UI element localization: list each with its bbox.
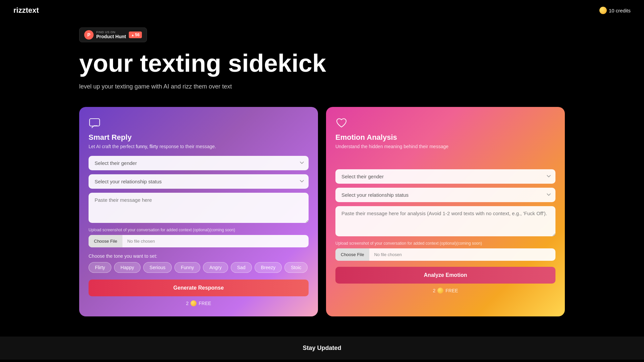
smart-reply-choose-file-btn[interactable]: Choose File bbox=[89, 235, 122, 247]
smart-reply-credits: 2 FREE bbox=[89, 300, 309, 306]
smart-reply-subtitle: Let AI craft the perfect funny, flirty r… bbox=[89, 144, 309, 149]
smart-reply-file-input[interactable]: Choose File No file chosen bbox=[89, 235, 309, 247]
heart-icon bbox=[335, 117, 347, 129]
stay-updated-title: Stay Updated bbox=[303, 345, 341, 351]
smart-reply-title: Smart Reply bbox=[89, 133, 309, 142]
cards-container: Smart Reply Let AI craft the perfect fun… bbox=[0, 107, 644, 330]
emotion-gender-select[interactable]: Select their gender Male Female Non-bina… bbox=[335, 169, 555, 184]
tone-btn-flirty[interactable]: Flirty bbox=[89, 262, 111, 273]
ph-text: FIND US ON Product Hunt bbox=[96, 31, 126, 39]
emotion-message-input[interactable] bbox=[335, 206, 555, 236]
tone-btn-angry[interactable]: Angry bbox=[203, 262, 228, 273]
ph-name: Product Hunt bbox=[96, 34, 126, 39]
product-hunt-badge[interactable]: P FIND US ON Product Hunt ▲ 56 bbox=[79, 27, 147, 42]
ph-find-us: FIND US ON bbox=[96, 31, 126, 34]
tone-btn-stoic[interactable]: Stoic bbox=[284, 262, 308, 273]
emotion-credits-suffix: FREE bbox=[445, 288, 458, 293]
emotion-file-name: No file chosen bbox=[369, 248, 555, 261]
tone-btn-breezy[interactable]: Breezy bbox=[255, 262, 282, 273]
credits-label: 10 credits bbox=[609, 8, 631, 13]
smart-reply-relationship-select[interactable]: Select your relationship status Single D… bbox=[89, 174, 309, 189]
emotion-coin-icon bbox=[437, 288, 443, 294]
emotion-title: Emotion Analysis bbox=[335, 133, 555, 142]
ph-arrow: ▲ bbox=[131, 33, 135, 37]
smart-reply-coin-icon bbox=[191, 300, 197, 306]
credits-badge: 10 credits bbox=[599, 7, 631, 14]
smart-reply-upload-label: Upload screenshot of your conversation f… bbox=[89, 228, 309, 232]
tone-btn-funny[interactable]: Funny bbox=[174, 262, 200, 273]
smart-reply-gender-select[interactable]: Select their gender Male Female Non-bina… bbox=[89, 156, 309, 170]
chat-icon bbox=[89, 117, 101, 129]
header: rizztext 10 credits bbox=[0, 0, 644, 21]
emotion-relationship-select[interactable]: Select your relationship status Single D… bbox=[335, 188, 555, 202]
stay-updated-section: Stay Updated bbox=[0, 337, 644, 360]
generate-response-button[interactable]: Generate Response bbox=[89, 280, 309, 296]
smart-reply-card: Smart Reply Let AI craft the perfect fun… bbox=[79, 107, 318, 316]
svg-rect-0 bbox=[90, 119, 100, 126]
hero-title: your texting sidekick bbox=[79, 50, 565, 76]
logo: rizztext bbox=[13, 6, 39, 15]
emotion-credits: 2 FREE bbox=[335, 288, 555, 294]
coin-icon bbox=[599, 7, 607, 14]
hero-section: P FIND US ON Product Hunt ▲ 56 your text… bbox=[0, 21, 644, 107]
smart-reply-file-name: No file chosen bbox=[122, 235, 309, 247]
analyze-emotion-button[interactable]: Analyze Emotion bbox=[335, 267, 555, 284]
hero-subtitle: level up your texting game with AI and r… bbox=[79, 83, 565, 90]
ph-count: ▲ 56 bbox=[129, 32, 142, 38]
emotion-subtitle: Understand the hidden meaning behind the… bbox=[335, 144, 555, 149]
tone-btn-happy[interactable]: Happy bbox=[114, 262, 140, 273]
ph-count-number: 56 bbox=[135, 33, 140, 37]
tone-buttons: Flirty Happy Serious Funny Angry Sad Bre… bbox=[89, 262, 309, 273]
tone-btn-serious[interactable]: Serious bbox=[143, 262, 172, 273]
emotion-analysis-card: Emotion Analysis Understand the hidden m… bbox=[326, 107, 565, 316]
smart-reply-message-input[interactable] bbox=[89, 193, 309, 223]
emotion-file-input[interactable]: Choose File No file chosen bbox=[335, 248, 555, 261]
tone-btn-sad[interactable]: Sad bbox=[231, 262, 252, 273]
emotion-credits-count: 2 bbox=[433, 288, 435, 293]
emotion-choose-file-btn[interactable]: Choose File bbox=[335, 248, 369, 261]
smart-reply-credits-count: 2 bbox=[186, 301, 189, 306]
ph-logo: P bbox=[84, 30, 94, 40]
smart-reply-credits-suffix: FREE bbox=[199, 301, 211, 306]
tone-section-label: Choose the tone you want to set: bbox=[89, 253, 309, 259]
emotion-upload-label: Upload screenshot of your conversation f… bbox=[335, 241, 555, 246]
